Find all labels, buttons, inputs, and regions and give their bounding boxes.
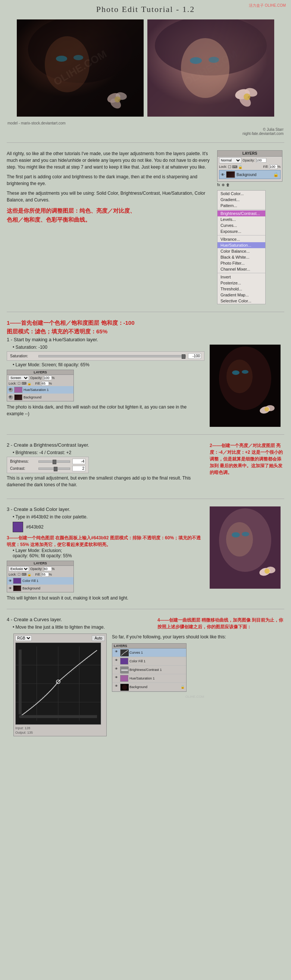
- adj-pattern[interactable]: Pattern...: [218, 202, 265, 208]
- contrast-thumb[interactable]: [54, 467, 57, 471]
- lock-image-icon[interactable]: ⌨: [232, 165, 237, 169]
- lstack-hs-thumb: [120, 675, 128, 682]
- lstack-bc-eye[interactable]: 👁: [114, 667, 119, 672]
- svg-point-4: [73, 55, 83, 60]
- adj-posterize[interactable]: Posterize...: [218, 280, 265, 286]
- lstack-bg-row[interactable]: 👁 Background 🔒: [112, 683, 186, 692]
- fx-icon[interactable]: fx: [217, 183, 220, 187]
- adj-color-balance[interactable]: Color Balance...: [218, 248, 265, 254]
- brightness-row: Brightness:: [10, 458, 85, 464]
- svg-point-12: [181, 38, 229, 98]
- adj-hue-sat[interactable]: Hue/Saturation...: [218, 242, 265, 248]
- step3-bg-eye[interactable]: 👁: [9, 586, 12, 590]
- adj-exposure[interactable]: Exposure...: [218, 228, 265, 234]
- color-swatch-row: #643b92: [13, 522, 204, 532]
- adj-channel-mixer[interactable]: Channel Mixer...: [218, 266, 265, 272]
- lstack-hs-eye[interactable]: 👁: [114, 676, 119, 681]
- lstack-fill-eye[interactable]: 👁: [114, 659, 119, 664]
- step2-section: 2 - Create a Brightness/Contrast layer. …: [0, 438, 291, 495]
- contrast-value-input[interactable]: [73, 466, 85, 471]
- layer-mode-select[interactable]: Normal: [219, 158, 241, 163]
- lstack-bc-name: Brightness/Contrast 1: [130, 668, 185, 671]
- lock-position-icon[interactable]: 🔒: [238, 165, 242, 169]
- contrast-track[interactable]: [38, 468, 70, 470]
- svg-rect-48: [121, 670, 128, 671]
- layers-panel-area: LAYERS Normal Opacity: Lock: ☐ ⌨ 🔒 Fill:…: [217, 150, 284, 304]
- step3-fill-layer-row[interactable]: 👁 Color Fill 1: [7, 577, 73, 585]
- adj-gradient-map[interactable]: Gradient Map...: [218, 292, 265, 298]
- lstack-bc-thumb: [120, 667, 128, 673]
- curves-input-label: Input: 128: [15, 726, 105, 730]
- trash-icon[interactable]: 🗑: [226, 183, 230, 187]
- adj-invert[interactable]: Invert: [218, 274, 265, 280]
- step3-fill-eye[interactable]: 👁: [9, 579, 12, 583]
- layer-thumbnail: [226, 171, 235, 178]
- step3-fill-input[interactable]: [41, 572, 49, 577]
- intro-p1: All righty, so like all the other tutori…: [7, 150, 212, 170]
- layer-eye-icon[interactable]: 👁: [221, 173, 225, 177]
- adj-bw[interactable]: Black & White...: [218, 254, 265, 260]
- intro-p3: These are the adjustments you will be us…: [7, 190, 212, 203]
- fx-bar: fx ⊕ 🗑: [217, 181, 284, 188]
- adj-levels[interactable]: Levels...: [218, 216, 265, 223]
- step1-bullet1: • Saturation: -100: [13, 345, 204, 350]
- lstack-bg-eye[interactable]: 👁: [114, 684, 119, 690]
- step3-bullet1: • Type in #643b92 in the color palette.: [13, 514, 204, 520]
- svg-point-26: [264, 407, 269, 412]
- lstack-curves-eye[interactable]: 👁: [114, 650, 119, 655]
- step1-bg-layer-row[interactable]: 👁 Background: [7, 394, 73, 401]
- brightness-value-input[interactable]: [73, 458, 85, 464]
- step3-section: 3 - Create a Solid Color layer. • Type i…: [0, 503, 291, 605]
- step3-mode-select[interactable]: Exclusion: [9, 566, 29, 571]
- step1-left: • Saturation: -100 Saturation: • Layer M…: [7, 345, 204, 427]
- bottom-watermark: OLIHE.COM: [112, 693, 278, 699]
- background-layer-row[interactable]: 👁 Background 🔒: [219, 170, 281, 179]
- step1-bg-eye[interactable]: 👁: [9, 395, 13, 399]
- brightness-thumb[interactable]: [52, 460, 56, 464]
- step4-zh-note-area: 4——创建一曲线图层 稍微移动曲线，加亮图像 到目前为止，你按照上述步骤创建之后…: [157, 617, 284, 631]
- adj-solid-color[interactable]: Solid Color...: [218, 191, 265, 197]
- opacity-input[interactable]: [256, 158, 266, 162]
- step4-body: So far, if you're following, your layers…: [112, 633, 278, 640]
- step1-photo: OLIHE.COM: [210, 345, 284, 427]
- fill-input[interactable]: [269, 164, 278, 169]
- adj-threshold[interactable]: Threshold...: [218, 286, 265, 292]
- lstack-bc-row[interactable]: 👁 Brightness/Contrast 1: [112, 666, 186, 674]
- divider-2: [7, 312, 284, 312]
- divider-5: [7, 609, 284, 609]
- adj-brightness-contrast[interactable]: Brightness/Contrast...: [218, 210, 265, 216]
- lstack-curves-name: Curves 1: [130, 651, 185, 654]
- step4-zh-note: 4——创建一曲线图层 稍微移动曲线，加亮图像 到目前为止，你按照上述步骤创建之后…: [157, 617, 284, 630]
- layers-opacity-label: Opacity:: [242, 158, 266, 162]
- lstack-fill-row[interactable]: 👁 Color Fill 1: [112, 657, 186, 666]
- lstack-curves-row[interactable]: 👁 Curves 1: [112, 649, 186, 657]
- brightness-track[interactable]: [38, 460, 70, 463]
- svg-point-23: [242, 370, 248, 374]
- step1-opacity-input[interactable]: [44, 375, 52, 380]
- saturation-thumb[interactable]: [182, 354, 185, 359]
- step1-fill-input[interactable]: [41, 381, 49, 386]
- adj-vibrance[interactable]: Vibrance...: [218, 236, 265, 242]
- adj-gradient[interactable]: Gradient...: [218, 197, 265, 202]
- saturation-track[interactable]: [38, 355, 186, 357]
- step3-bg-row[interactable]: 👁 Background: [7, 585, 73, 592]
- step2-left: 2 - Create a Brightness/Contrast layer. …: [7, 442, 204, 491]
- adj-selective-color[interactable]: Selective Color...: [218, 298, 265, 304]
- saturation-value[interactable]: [188, 353, 201, 359]
- step3-opacity-input[interactable]: [44, 566, 52, 571]
- svg-point-22: [232, 371, 239, 375]
- step1-layer-eye[interactable]: 👁: [9, 388, 13, 392]
- curves-auto-btn[interactable]: Auto: [92, 635, 105, 641]
- step1-mode-select[interactable]: Screen: [9, 375, 29, 380]
- curves-graph[interactable]: [15, 643, 101, 725]
- lstack-hs-row[interactable]: 👁 Hue/Saturation 1: [112, 674, 186, 683]
- lstack-curves-thumb: [120, 649, 128, 656]
- lstack-bg-name: Background: [130, 685, 179, 689]
- lock-transparent-icon[interactable]: ☐: [228, 165, 231, 169]
- step1-hs-layer-row[interactable]: 👁 Hue/Saturation 1: [7, 386, 73, 394]
- step1-layers-header: LAYERS: [7, 370, 73, 375]
- adj-new-icon[interactable]: ⊕: [221, 183, 225, 187]
- adj-photo-filter[interactable]: Photo Filter...: [218, 260, 265, 266]
- adj-curves[interactable]: Curves...: [218, 223, 265, 228]
- curves-channel-select[interactable]: RGB: [15, 635, 32, 641]
